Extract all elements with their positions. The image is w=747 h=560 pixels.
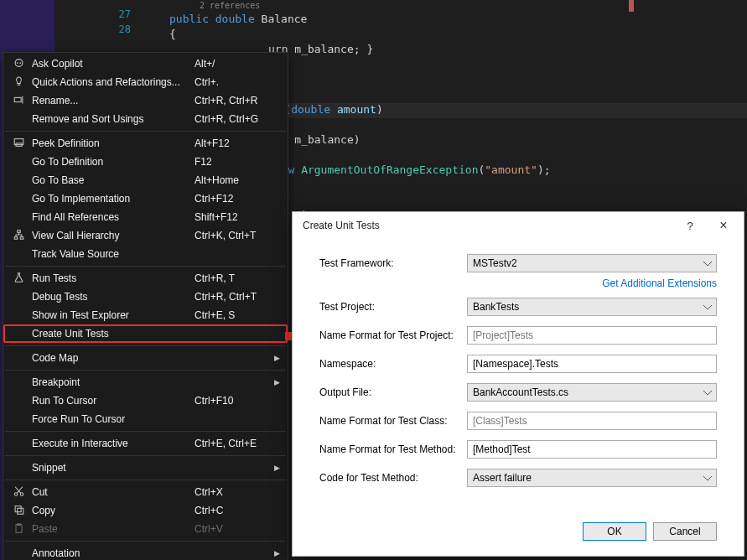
menu-item-shortcut: Shift+F12 <box>195 211 274 223</box>
menu-item-peek-definition[interactable]: Peek DefinitionAlt+F12 <box>3 134 288 153</box>
code-for-method-label: Code for Test Method: <box>319 472 467 484</box>
submenu-arrow-icon: ▶ <box>274 354 283 362</box>
name-format-class-label: Name Format for Test Class: <box>319 415 467 427</box>
name-format-method-input[interactable] <box>467 440 717 459</box>
menu-item-view-call-hierarchy[interactable]: View Call HierarchyCtrl+K, Ctrl+T <box>3 226 288 245</box>
brace: { <box>169 28 176 40</box>
menu-item-shortcut: Ctrl+E, Ctrl+E <box>195 438 274 449</box>
menu-item-rename[interactable]: Rename...Ctrl+R, Ctrl+R <box>3 91 288 110</box>
svg-point-0 <box>15 59 23 66</box>
svg-point-11 <box>14 492 18 495</box>
test-project-select[interactable]: BankTests <box>467 298 717 316</box>
menu-item-quick-actions-and-refactorings[interactable]: Quick Actions and Refactorings...Ctrl+. <box>3 73 288 91</box>
codelens-references[interactable]: 2 references <box>151 1 747 13</box>
menu-item-label: Track Value Source <box>29 248 195 260</box>
menu-item-go-to-base[interactable]: Go To BaseAlt+Home <box>3 171 288 189</box>
menu-item-show-in-test-explorer[interactable]: Show in Test ExplorerCtrl+E, S <box>3 306 288 324</box>
menu-item-label: Find All References <box>29 211 195 223</box>
paren: ) <box>376 103 383 116</box>
menu-item-run-tests[interactable]: Run TestsCtrl+R, T <box>3 269 288 288</box>
punct: ); <box>537 163 551 176</box>
menu-item-label: Create Unit Tests <box>29 328 195 340</box>
namespace-label: Namespace: <box>319 358 467 370</box>
framework-select[interactable]: MSTestv2 <box>467 254 717 272</box>
menu-item-label: Paste <box>29 523 195 535</box>
menu-item-shortcut: Ctrl+R, Ctrl+T <box>195 291 274 303</box>
name-format-project-label: Name Format for Test Project: <box>319 329 467 341</box>
menu-separator <box>5 131 286 132</box>
svg-rect-15 <box>16 524 22 532</box>
menu-item-shortcut: Ctrl+V <box>195 523 274 535</box>
menu-item-label: Go To Base <box>29 174 195 186</box>
framework-label: Test Framework: <box>319 257 467 269</box>
keyword: double <box>291 103 330 116</box>
help-button[interactable]: ? <box>673 214 707 237</box>
identifier: Balance <box>262 13 308 25</box>
type-name: ArgumentOutOfRangeException <box>301 163 478 176</box>
menu-item-shortcut: Ctrl+X <box>195 486 274 498</box>
name-format-class-input[interactable] <box>467 412 717 430</box>
submenu-arrow-icon: ▶ <box>274 464 283 472</box>
cancel-button[interactable]: Cancel <box>653 522 717 541</box>
menu-item-find-all-references[interactable]: Find All ReferencesShift+F12 <box>3 208 288 226</box>
svg-rect-9 <box>14 236 18 239</box>
menu-item-label: Debug Tests <box>29 291 195 303</box>
close-button[interactable]: × <box>707 214 740 237</box>
namespace-input[interactable] <box>467 355 717 373</box>
menu-item-remove-and-sort-usings[interactable]: Remove and Sort UsingsCtrl+R, Ctrl+G <box>3 110 288 128</box>
menu-item-code-map[interactable]: Code Map▶ <box>3 349 288 367</box>
menu-item-shortcut: Ctrl+. <box>195 76 274 88</box>
test-project-label: Test Project: <box>319 301 467 313</box>
menu-separator <box>5 455 286 456</box>
menu-item-label: Execute in Interactive <box>29 438 195 449</box>
svg-rect-14 <box>17 508 23 514</box>
menu-item-shortcut: Ctrl+K, Ctrl+T <box>195 230 274 241</box>
menu-item-snippet[interactable]: Snippet▶ <box>3 459 288 477</box>
menu-item-ask-copilot[interactable]: Ask CopilotAlt+/ <box>3 54 288 73</box>
menu-item-cut[interactable]: CutCtrl+X <box>3 483 288 501</box>
menu-item-debug-tests[interactable]: Debug TestsCtrl+R, Ctrl+T <box>3 288 288 306</box>
cut-icon <box>8 485 29 500</box>
menu-item-annotation[interactable]: Annotation▶ <box>3 544 288 560</box>
menu-item-shortcut: Ctrl+C <box>195 505 274 516</box>
menu-item-go-to-definition[interactable]: Go To DefinitionF12 <box>3 153 288 171</box>
line-number: 28 <box>54 23 151 39</box>
hierarchy-icon <box>8 229 29 243</box>
keyword: double <box>215 13 255 25</box>
name-format-project-input[interactable] <box>467 326 717 345</box>
string-literal: "amount" <box>485 163 537 176</box>
ok-button[interactable]: OK <box>583 522 646 541</box>
bulb-icon <box>8 75 29 90</box>
get-extensions-link[interactable]: Get Additional Extensions <box>602 277 717 289</box>
menu-item-label: View Call Hierarchy <box>29 230 195 241</box>
menu-item-paste: PasteCtrl+V <box>3 520 288 538</box>
menu-item-label: Remove and Sort Usings <box>29 113 195 125</box>
menu-item-copy[interactable]: CopyCtrl+C <box>3 501 288 520</box>
dialog-titlebar[interactable]: Create Unit Tests ? × <box>293 212 744 239</box>
menu-item-label: Rename... <box>29 95 195 106</box>
menu-item-force-run-to-cursor[interactable]: Force Run To Cursor <box>3 410 288 428</box>
output-file-select[interactable]: BankAccountTests.cs <box>467 383 717 402</box>
peek-icon <box>8 137 29 151</box>
svg-point-2 <box>19 62 21 64</box>
menu-item-shortcut: Ctrl+F10 <box>195 395 274 407</box>
menu-item-execute-in-interactive[interactable]: Execute in InteractiveCtrl+E, Ctrl+E <box>3 434 288 453</box>
menu-item-track-value-source[interactable]: Track Value Source <box>3 245 288 263</box>
dialog-footer: OK Cancel <box>293 522 744 556</box>
line-number: 27 <box>54 8 151 23</box>
copy-icon <box>8 504 29 518</box>
menu-item-shortcut: F12 <box>195 156 274 168</box>
menu-item-label: Cut <box>29 486 195 498</box>
menu-item-go-to-implementation[interactable]: Go To ImplementationCtrl+F12 <box>3 189 288 208</box>
menu-item-label: Ask Copilot <box>29 58 195 70</box>
menu-item-label: Go To Implementation <box>29 193 195 205</box>
menu-item-breakpoint[interactable]: Breakpoint▶ <box>3 373 288 391</box>
menu-item-create-unit-tests[interactable]: Create Unit Tests <box>3 324 288 343</box>
code-for-method-select[interactable]: Assert failure <box>467 469 717 487</box>
svg-rect-8 <box>17 230 20 232</box>
menu-separator <box>5 431 286 432</box>
menu-separator <box>5 370 286 371</box>
menu-item-run-to-cursor[interactable]: Run To CursorCtrl+F10 <box>3 391 288 410</box>
editor-context-menu[interactable]: Ask CopilotAlt+/Quick Actions and Refact… <box>3 52 288 560</box>
menu-item-label: Peek Definition <box>29 137 195 149</box>
